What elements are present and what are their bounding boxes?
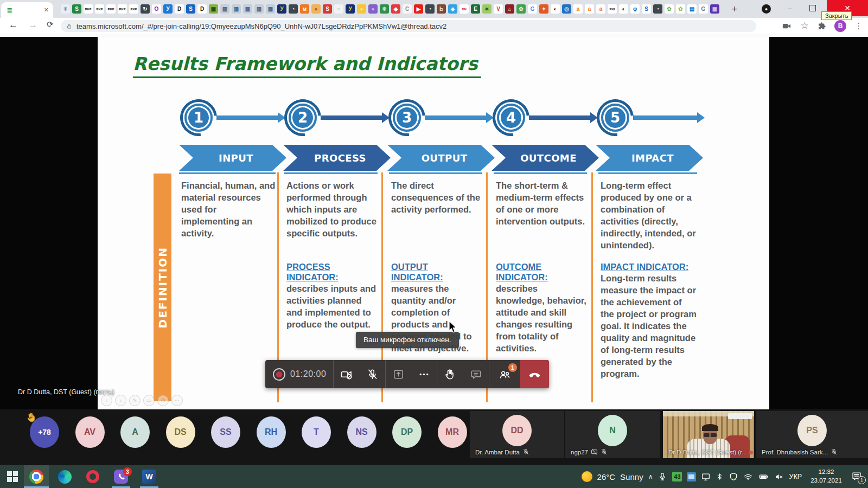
pinned-tab-favicon[interactable]: У (163, 4, 173, 14)
pinned-tab-favicon[interactable]: ▶ (414, 4, 423, 14)
forward-button[interactable]: → (28, 20, 37, 30)
pinned-tab-favicon[interactable]: ◐ (551, 4, 560, 14)
tab-camera-indicator-icon[interactable] (781, 21, 792, 31)
pinned-tab-favicon[interactable]: ▥ (254, 4, 264, 14)
taskbar-edge-button[interactable] (52, 465, 77, 488)
url-text[interactable]: teams.microsoft.com/_#/pre-join-calling/… (76, 22, 446, 30)
bookmark-star-icon[interactable]: ☆ (800, 21, 809, 31)
hang-up-button[interactable] (520, 360, 549, 388)
browser-menu-icon[interactable]: ⋮ (854, 21, 864, 31)
pinned-tab-favicon[interactable]: ● (357, 4, 366, 14)
pinned-tab-favicon[interactable]: a (585, 4, 594, 14)
pinned-tab-favicon[interactable]: a (573, 4, 583, 14)
window-minimize-button[interactable]: – (779, 0, 801, 16)
pinned-tab-favicon[interactable]: ▥ (243, 4, 252, 14)
participant-tile[interactable]: PSProf. Dhrubasish Sark... (756, 411, 868, 458)
pinned-tab-favicon[interactable]: ✿ (516, 4, 526, 14)
pinned-tab-favicon[interactable]: S (186, 4, 195, 14)
pinned-tab-favicon[interactable]: G (699, 4, 708, 14)
pinned-tab-favicon[interactable]: ↻ (141, 4, 150, 14)
taskbar-word-button[interactable]: W (137, 465, 162, 488)
tray-display-icon[interactable] (701, 472, 711, 481)
pinned-tab-favicon[interactable]: ✿ (665, 4, 674, 14)
pinned-tab-favicon[interactable]: ◔ (653, 4, 662, 14)
video-tile[interactable]: Dr D Dutta, DST (Guest) (г... (663, 411, 754, 458)
pinned-tab-favicon[interactable]: ◈ (391, 4, 400, 14)
tray-remote-icon[interactable] (687, 472, 696, 481)
pinned-tab-favicon[interactable]: E (471, 4, 480, 14)
pinned-tab-favicon[interactable]: ▦ (710, 4, 719, 14)
back-button[interactable]: ← (9, 20, 18, 30)
notification-center-button[interactable]: 1 (851, 471, 863, 483)
wifi-icon[interactable] (743, 472, 753, 481)
bluetooth-icon[interactable] (716, 472, 724, 481)
defender-shield-icon[interactable] (729, 472, 738, 481)
pinned-tab-favicon[interactable]: ✶ (482, 4, 492, 14)
pinned-tab-favicon[interactable]: ⌂ (505, 4, 514, 14)
pinned-tab-favicon[interactable]: ● (368, 4, 378, 14)
pinned-tab-favicon[interactable]: S (72, 4, 81, 14)
participant-avatar[interactable]: +78 (30, 416, 59, 448)
share-button[interactable] (386, 360, 411, 388)
extensions-puzzle-icon[interactable] (817, 21, 827, 31)
browser-profile-dot-icon[interactable]: ● (762, 4, 771, 14)
pinned-tab-favicon[interactable]: ✿ (676, 4, 685, 14)
participant-avatar[interactable]: NS (347, 416, 376, 448)
pinned-tab-favicon[interactable]: G (528, 4, 537, 14)
pinned-tab-favicon[interactable]: O (152, 4, 161, 14)
pinned-tab-favicon[interactable]: PKF (106, 4, 116, 14)
language-indicator[interactable]: УКР (789, 473, 802, 480)
pinned-tab-favicon[interactable]: S (323, 4, 332, 14)
participant-avatar[interactable]: DS (166, 416, 195, 448)
pinned-tab-favicon[interactable]: ◔ (289, 4, 298, 14)
tray-mic-icon[interactable] (658, 472, 667, 481)
raise-hand-button[interactable] (437, 360, 463, 388)
pinned-tab-favicon[interactable]: У (277, 4, 286, 14)
pinned-tab-favicon[interactable]: м (300, 4, 309, 14)
mic-toggle-button[interactable] (360, 360, 385, 388)
participant-avatar[interactable]: AV (75, 416, 105, 448)
tab-close-icon[interactable]: ✕ (44, 7, 49, 14)
window-maximize-button[interactable] (802, 0, 824, 16)
participant-avatar[interactable]: MR (438, 416, 467, 448)
participant-avatar[interactable]: SS (211, 416, 240, 448)
pinned-tab-favicon[interactable]: ▥ (266, 4, 275, 14)
pinned-tab-favicon[interactable]: ◐ (619, 4, 628, 14)
pinned-tab-favicon[interactable]: – (334, 4, 343, 14)
slideshow-control-icon[interactable]: ⊙ (157, 395, 169, 406)
slideshow-control-icon[interactable]: › (115, 395, 126, 406)
camera-toggle-button[interactable] (334, 360, 359, 388)
pinned-tab-favicon[interactable]: a (596, 4, 605, 14)
pinned-tab-favicon[interactable]: ✦ (539, 4, 548, 14)
taskbar-viber-button[interactable]: 3 (108, 465, 133, 488)
browser-avatar[interactable]: B (834, 20, 846, 32)
address-bar[interactable]: teams.microsoft.com/_#/pre-join-calling/… (61, 20, 756, 32)
participant-tile[interactable]: Nngp27 (565, 411, 660, 458)
taskbar-opera-button[interactable] (80, 465, 105, 488)
pinned-tab-favicon[interactable]: D (197, 4, 207, 14)
pinned-tab-favicon[interactable]: Ь (437, 4, 446, 14)
participant-avatar[interactable]: A (120, 416, 150, 448)
participant-tile[interactable]: DDDr. Ambar Dutta (470, 411, 564, 458)
reload-button[interactable]: ⟳ (47, 20, 54, 29)
pinned-tab-favicon[interactable]: PKF (118, 4, 127, 14)
pinned-tab-favicon[interactable]: PKF (129, 4, 138, 14)
taskbar-chrome-button[interactable] (24, 465, 49, 488)
pinned-tab-favicon[interactable]: PKI (608, 4, 617, 14)
slideshow-control-icon[interactable]: ⋯ (171, 395, 183, 406)
chat-button[interactable] (463, 360, 488, 388)
tray-green-badge[interactable]: 43 (672, 472, 682, 481)
pinned-tab-favicon[interactable]: D (175, 4, 184, 14)
clock[interactable]: 12:32 23.07.2021 (807, 468, 846, 485)
new-tab-button[interactable]: + (728, 3, 741, 16)
pinned-tab-favicon[interactable]: ✳ (61, 4, 70, 14)
pinned-tab-favicon[interactable]: ▥ (232, 4, 241, 14)
pinned-tab-favicon[interactable]: ◔ (425, 4, 435, 14)
pinned-tab-favicon[interactable]: C (403, 4, 412, 14)
weather-temp[interactable]: 26°C (597, 472, 616, 481)
pinned-tab-favicon[interactable]: ▤ (687, 4, 697, 14)
pinned-tab-favicon[interactable]: ▦ (209, 4, 218, 14)
slideshow-control-icon[interactable]: ▭ (143, 395, 155, 406)
pinned-tab-favicon[interactable]: PKF (84, 4, 93, 14)
weather-condition[interactable]: Sunny (620, 472, 643, 481)
